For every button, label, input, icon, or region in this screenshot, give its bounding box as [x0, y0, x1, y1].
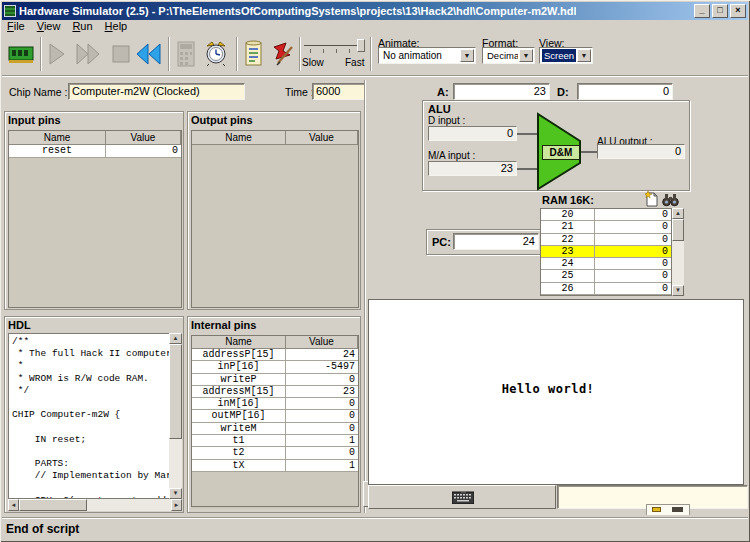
ram-value[interactable]: 0 — [595, 270, 671, 282]
ram-address: 23 — [541, 246, 595, 258]
pin-name: inP[16] — [192, 361, 286, 373]
ram-value[interactable]: 0 — [595, 221, 671, 233]
ram-address: 25 — [541, 270, 595, 282]
split-divider[interactable] — [364, 80, 366, 513]
pin-name: reset — [9, 145, 106, 158]
pin-value[interactable]: 0 — [286, 398, 358, 410]
keyboard-icon — [452, 491, 474, 504]
format-dropdown[interactable]: Decimal ▼ — [482, 47, 535, 64]
keyboard-button[interactable] — [368, 485, 556, 509]
ram-row-selected: 230 — [541, 246, 671, 258]
pin-value[interactable]: 0 — [286, 374, 358, 386]
pin-value[interactable]: 0 — [106, 145, 181, 158]
slider-track — [304, 45, 364, 46]
maximize-button[interactable]: □ — [712, 4, 728, 18]
animate-value: No animation — [381, 49, 459, 62]
menu-view[interactable]: View — [32, 20, 66, 34]
ram-row: 200 — [541, 209, 671, 221]
toolbar-separator — [40, 37, 42, 71]
scroll-thumb[interactable] — [169, 344, 182, 439]
minimize-button[interactable]: _ — [694, 4, 710, 18]
pin-value[interactable]: 1 — [286, 435, 358, 447]
pc-field[interactable]: 24 — [453, 233, 539, 250]
table-row: t20 — [192, 447, 358, 459]
animate-dropdown[interactable]: No animation ▼ — [378, 47, 476, 64]
hdl-hscrollbar[interactable]: ◄ ► — [8, 499, 182, 511]
pin-value[interactable]: 1 — [286, 460, 358, 472]
ram-value[interactable]: 0 — [595, 234, 671, 246]
ram-value[interactable]: 0 — [595, 246, 671, 258]
hdl-panel: HDL /** * The full Hack II computer, in … — [4, 316, 184, 513]
slider-handle[interactable] — [357, 39, 365, 52]
table-row: tX1 — [192, 460, 358, 472]
pin-value[interactable]: 24 — [286, 349, 358, 361]
clock-button[interactable] — [202, 38, 232, 70]
calculator-button[interactable] — [172, 38, 202, 70]
table-row: outMP[16]0 — [192, 410, 358, 422]
single-step-button[interactable] — [44, 38, 74, 70]
pin-value[interactable]: 0 — [286, 410, 358, 422]
chip-name-label: Chip Name : — [9, 86, 67, 98]
scroll-right-icon[interactable]: ► — [171, 499, 182, 511]
hdl-vscrollbar[interactable]: ▲ ▼ — [169, 333, 182, 499]
ram-row: 240 — [541, 258, 671, 270]
menu-file[interactable]: File — [2, 20, 30, 34]
a-register-field[interactable]: 23 — [453, 83, 550, 100]
ram-address: 26 — [541, 283, 595, 295]
scroll-left-icon[interactable]: ◄ — [8, 499, 19, 511]
toolbar-separator — [236, 37, 238, 71]
ram-value[interactable]: 0 — [595, 209, 671, 221]
breakpoint-button[interactable] — [270, 38, 296, 70]
scroll-up-icon[interactable]: ▲ — [672, 208, 684, 219]
output-pins-panel: Output pins Name Value — [187, 111, 361, 310]
ram-value[interactable]: 0 — [595, 258, 671, 270]
ram-address: 24 — [541, 258, 595, 270]
scroll-down-icon[interactable]: ▼ — [672, 285, 684, 296]
load-chip-button[interactable] — [7, 38, 37, 70]
fast-forward-icon — [74, 40, 104, 68]
time-label: Time : — [285, 86, 314, 98]
pin-name: t1 — [192, 435, 286, 447]
menu-run[interactable]: Run — [67, 20, 97, 34]
pin-value[interactable]: 0 — [286, 447, 358, 459]
computer-screen: Hello world! — [368, 299, 744, 485]
ram-value[interactable]: 0 — [595, 283, 671, 295]
chevron-down-icon[interactable]: ▼ — [577, 49, 591, 62]
scroll-thumb[interactable] — [672, 219, 684, 241]
find-binoculars-icon[interactable] — [662, 193, 679, 207]
d-register-field[interactable]: 0 — [577, 83, 673, 100]
scroll-thumb[interactable] — [19, 499, 87, 511]
view-dropdown[interactable]: Screen ▼ — [539, 47, 593, 64]
input-pins-panel: Input pins Name Value reset 0 — [4, 111, 184, 310]
input-pins-table: Name Value reset 0 — [8, 130, 182, 308]
new-document-icon[interactable] — [645, 191, 659, 207]
output-pins-table: Name Value — [191, 130, 359, 308]
run-button[interactable] — [74, 38, 104, 70]
menu-help[interactable]: Help — [100, 20, 133, 34]
ram-scrollbar[interactable]: ▲ ▼ — [672, 208, 684, 296]
reset-button[interactable] — [134, 38, 164, 70]
hdl-title: HDL — [5, 317, 183, 333]
format-value: Decimal — [485, 49, 518, 62]
pin-name: inM[16] — [192, 398, 286, 410]
d-register-label: D: — [557, 86, 569, 98]
slider-slow-label: Slow — [302, 57, 324, 68]
chevron-down-icon[interactable]: ▼ — [519, 49, 533, 62]
speed-slider[interactable]: Slow Fast — [302, 36, 368, 72]
scroll-up-icon[interactable]: ▲ — [169, 333, 182, 344]
ram-address: 20 — [541, 209, 595, 221]
pin-value[interactable]: 23 — [286, 386, 358, 398]
column-header: Name — [9, 131, 106, 145]
chevron-down-icon[interactable]: ▼ — [460, 49, 474, 62]
scroll-down-icon[interactable]: ▼ — [169, 488, 182, 499]
alu-ma-input-label: M/A input : — [428, 150, 475, 161]
titlebar[interactable]: Hardware Simulator (2.5) - P:\TheElement… — [2, 2, 748, 20]
internal-pins-title: Internal pins — [188, 317, 360, 333]
pin-value[interactable]: -5497 — [286, 361, 358, 373]
internal-pins-table: Name Value addressP[15]24 inP[16]-5497 w… — [191, 335, 359, 507]
close-button[interactable]: × — [730, 4, 746, 18]
ram-title: RAM 16K: — [542, 194, 594, 206]
load-script-button[interactable] — [242, 38, 268, 70]
pin-value[interactable]: 0 — [286, 423, 358, 435]
chip-name-field[interactable]: Computer-m2W (Clocked) — [68, 83, 245, 100]
